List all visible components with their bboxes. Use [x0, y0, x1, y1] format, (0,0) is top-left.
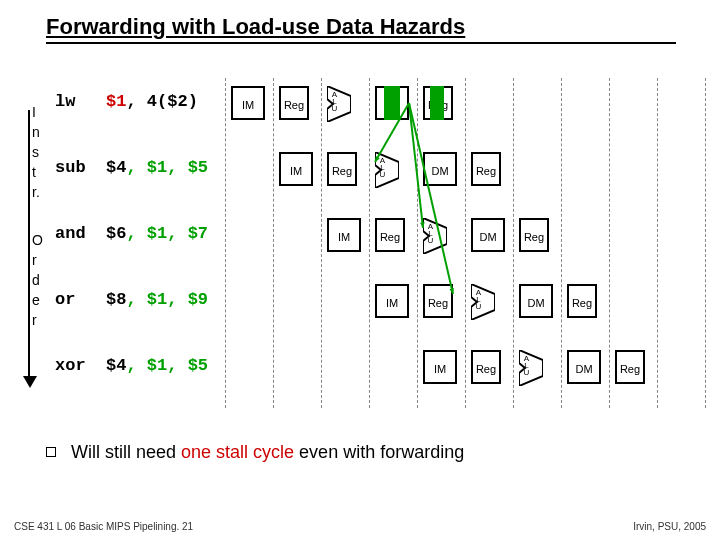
instr-op: sub	[55, 158, 86, 177]
instr-srcs: , $1, $7	[126, 224, 208, 243]
footer-left: CSE 431 L 06 Basic MIPS Pipelining. 21	[14, 521, 193, 532]
bullet-prefix: Will still need	[71, 442, 181, 462]
instr-srcs: , $1, $9	[126, 290, 208, 309]
instr-row-4: xor $4, $1, $5	[55, 356, 208, 375]
order-arrow-head	[23, 376, 37, 388]
instr-row-0: lw $1, 4($2)	[55, 92, 198, 111]
instr-dest: $6	[106, 224, 126, 243]
vlabel-I: I	[32, 102, 36, 122]
footer-right: Irvin, PSU, 2005	[633, 521, 706, 532]
order-arrow-line	[28, 110, 30, 380]
bullet-line: Will still need one stall cycle even wit…	[46, 442, 464, 463]
vlabel-e: e	[32, 290, 40, 310]
instr-op: and	[55, 224, 86, 243]
slide-title: Forwarding with Load-use Data Hazards	[46, 14, 676, 44]
vlabel-s: s	[32, 142, 39, 162]
bullet-suffix: even with forwarding	[294, 442, 464, 462]
instr-dest: $1	[106, 92, 126, 111]
instr-dest: $8	[106, 290, 126, 309]
instr-srcs: , $1, $5	[126, 158, 208, 177]
vlabel-r2: r	[32, 250, 37, 270]
instr-op: lw	[55, 92, 75, 111]
instr-row-2: and $6, $1, $7	[55, 224, 208, 243]
pipeline-diagram: IMRegALUDMRegIMRegALUDMRegIMRegALUDMRegI…	[225, 78, 705, 408]
instr-rest: , 4($2)	[126, 92, 197, 111]
instr-srcs: , $1, $5	[126, 356, 208, 375]
vlabel-d: d	[32, 270, 40, 290]
forwarding-arrows	[225, 78, 705, 408]
instr-row-3: or $8, $1, $9	[55, 290, 208, 309]
instr-op: or	[55, 290, 75, 309]
instr-op: xor	[55, 356, 86, 375]
instr-row-1: sub $4, $1, $5	[55, 158, 208, 177]
bullet-icon	[46, 447, 56, 457]
vlabel-n: n	[32, 122, 40, 142]
cycle-divider	[705, 78, 706, 408]
instr-dest: $4	[106, 356, 126, 375]
vlabel-t: t	[32, 162, 36, 182]
instr-dest: $4	[106, 158, 126, 177]
vlabel-O: O	[32, 230, 43, 250]
vlabel-r: r.	[32, 182, 40, 202]
vlabel-r3: r	[32, 310, 37, 330]
bullet-emph: one stall cycle	[181, 442, 294, 462]
